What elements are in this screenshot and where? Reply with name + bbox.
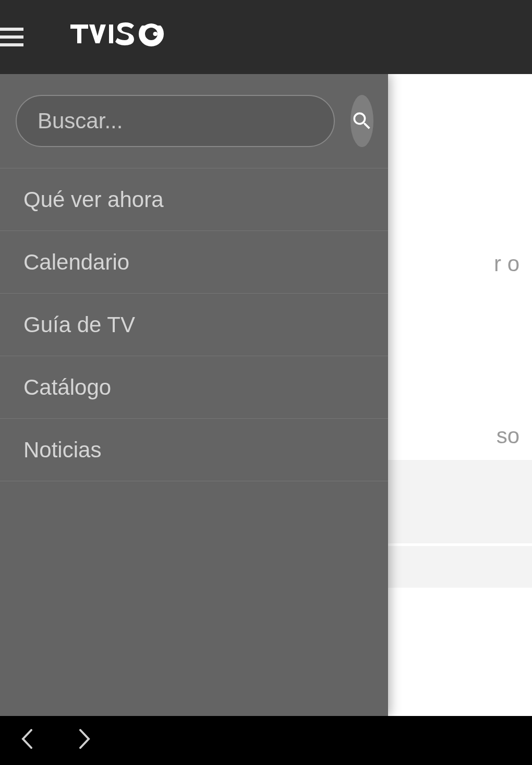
menu-item-que-ver-ahora[interactable]: Qué ver ahora — [0, 168, 388, 231]
background-card — [386, 546, 532, 588]
svg-point-3 — [153, 32, 157, 36]
background-text-fragment: so — [497, 423, 519, 448]
search-button[interactable] — [350, 95, 373, 147]
menu-item-label: Qué ver ahora — [23, 187, 164, 212]
background-card — [386, 460, 532, 543]
menu-item-label: Noticias — [23, 438, 101, 463]
menu-item-label: Catálogo — [23, 375, 111, 400]
nav-back-icon[interactable] — [21, 726, 32, 755]
search-icon — [350, 110, 373, 132]
background-text-fragment: r o — [494, 251, 519, 276]
navigation-drawer: Qué ver ahora Calendario Guía de TV Catá… — [0, 74, 388, 716]
menu-item-label: Guía de TV — [23, 312, 135, 337]
hamburger-menu-icon[interactable] — [0, 28, 23, 46]
menu-item-noticias[interactable]: Noticias — [0, 419, 388, 481]
menu-item-label: Calendario — [23, 250, 129, 275]
app-header — [0, 0, 532, 74]
nav-forward-icon[interactable] — [79, 726, 91, 755]
search-input[interactable] — [16, 95, 335, 147]
search-row — [0, 74, 388, 168]
app-logo — [70, 22, 175, 52]
menu-item-calendario[interactable]: Calendario — [0, 231, 388, 294]
menu-item-guia-de-tv[interactable]: Guía de TV — [0, 294, 388, 356]
navigation-menu: Qué ver ahora Calendario Guía de TV Catá… — [0, 168, 388, 481]
bottom-navigation-bar — [0, 716, 532, 765]
menu-item-catalogo[interactable]: Catálogo — [0, 356, 388, 419]
